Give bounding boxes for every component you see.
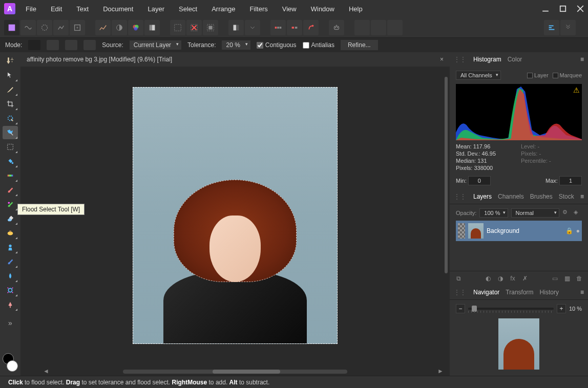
mode-1-button[interactable]: [270, 20, 286, 35]
marquee-checkbox[interactable]: Marquee: [553, 72, 582, 78]
menu-view[interactable]: View: [282, 5, 297, 13]
layer-group-button[interactable]: ▭: [550, 274, 559, 283]
layer-adjustment-button[interactable]: ◑: [496, 274, 505, 283]
blendmode-select[interactable]: Normal: [511, 208, 559, 218]
mode-subtract-button[interactable]: [65, 40, 77, 50]
menu-document[interactable]: Document: [103, 5, 133, 13]
menu-help[interactable]: Help: [349, 5, 363, 13]
document-close-button[interactable]: ×: [440, 56, 444, 63]
document-tab[interactable]: affinity photo remove bg 3.jpg [Modified…: [20, 52, 450, 67]
persona-liquify-button[interactable]: [20, 20, 36, 35]
selection-invert-button[interactable]: [203, 20, 218, 35]
panel-menu-icon[interactable]: ≡: [580, 56, 584, 63]
selection-deselect-button[interactable]: [186, 20, 202, 35]
marquee-tool[interactable]: [3, 140, 18, 154]
layer-fx-button[interactable]: fx: [508, 274, 517, 283]
paint-mixer-tool[interactable]: [3, 198, 18, 211]
blur-tool[interactable]: [3, 269, 18, 283]
menu-text[interactable]: Text: [76, 5, 89, 13]
channel-select[interactable]: All Channels: [456, 71, 501, 80]
source-select[interactable]: Current Layer: [130, 40, 181, 50]
contiguous-checkbox[interactable]: Contiguous: [257, 41, 297, 49]
panel-menu-icon[interactable]: ≡: [580, 289, 584, 296]
assistant-button[interactable]: [329, 20, 344, 35]
persona-photo-button[interactable]: [4, 20, 19, 35]
mode-2-button[interactable]: [287, 20, 302, 35]
quickmask-button[interactable]: [228, 20, 244, 35]
layer-link-button[interactable]: ⧉: [454, 274, 463, 283]
zoom-in-button[interactable]: +: [557, 304, 566, 313]
flood-fill-tool[interactable]: [3, 155, 18, 168]
mode-intersect-button[interactable]: [83, 40, 96, 50]
foreground-color-swatch[interactable]: [7, 360, 18, 372]
target-icon[interactable]: ◈: [574, 209, 582, 217]
menu-arrange[interactable]: Arrange: [212, 5, 235, 13]
close-button[interactable]: [577, 5, 584, 12]
gradient-tool[interactable]: [3, 169, 18, 182]
color-swatches[interactable]: [3, 353, 18, 372]
toolbar-extra-2[interactable]: [371, 20, 386, 35]
move-tool[interactable]: [3, 69, 18, 82]
paint-brush-tool[interactable]: [3, 183, 18, 197]
tab-channels[interactable]: Channels: [498, 193, 524, 200]
viewport[interactable]: [20, 67, 450, 376]
vertical-scrollbar[interactable]: [445, 77, 448, 273]
tab-layers[interactable]: Layers: [473, 193, 492, 200]
persona-tone-button[interactable]: [53, 20, 69, 35]
selection-all-button[interactable]: [170, 20, 185, 35]
zoom-out-button[interactable]: −: [456, 304, 465, 313]
toolbar-extra-1[interactable]: [354, 20, 370, 35]
menu-edit[interactable]: Edit: [51, 5, 62, 13]
persona-develop-button[interactable]: [37, 20, 52, 35]
layer-row-background[interactable]: Background 🔒 ●: [456, 221, 582, 241]
flood-select-tool[interactable]: [3, 126, 18, 139]
align-button[interactable]: [544, 20, 559, 35]
tab-stock[interactable]: Stock: [559, 193, 574, 200]
refine-button[interactable]: Refine...: [341, 40, 378, 50]
tools-overflow[interactable]: »: [3, 316, 18, 330]
menu-file[interactable]: File: [26, 5, 36, 13]
smudge-tool[interactable]: [3, 255, 18, 268]
lock-icon[interactable]: 🔒: [565, 227, 573, 234]
layer-mask-button[interactable]: ◐: [484, 274, 493, 283]
navigator-preview[interactable]: [498, 318, 539, 370]
antialias-checkbox[interactable]: Antialias: [303, 41, 334, 49]
tab-brushes[interactable]: Brushes: [530, 193, 553, 200]
snap-button[interactable]: [303, 20, 319, 35]
tab-transform[interactable]: Transform: [506, 289, 533, 296]
minimize-button[interactable]: [542, 5, 549, 12]
erase-tool[interactable]: [3, 212, 18, 225]
panel-grip-icon[interactable]: ⋮⋮: [454, 56, 466, 63]
mode-new-button[interactable]: [28, 40, 40, 50]
persona-export-button[interactable]: [70, 20, 85, 35]
zoom-slider[interactable]: [468, 308, 554, 310]
scroll-left-arrow[interactable]: ◄: [43, 368, 49, 375]
menu-layer[interactable]: Layer: [148, 5, 164, 13]
min-input[interactable]: [468, 176, 491, 185]
horizontal-scrollbar[interactable]: [123, 370, 347, 374]
autowhitebalance-button[interactable]: [144, 20, 160, 35]
dropdown-icon[interactable]: [245, 20, 260, 35]
view-tool[interactable]: [3, 54, 18, 68]
menu-filters[interactable]: Filters: [249, 5, 267, 13]
panel-grip-icon[interactable]: ⋮⋮: [454, 193, 466, 200]
color-picker-tool[interactable]: [3, 83, 18, 96]
maximize-button[interactable]: [559, 5, 566, 12]
toolbar-extra-3[interactable]: [387, 20, 403, 35]
tab-histogram[interactable]: Histogram: [473, 56, 501, 63]
visibility-icon[interactable]: ●: [576, 227, 580, 234]
menu-window[interactable]: Window: [311, 5, 334, 13]
canvas-image[interactable]: [133, 87, 338, 344]
layer-add-button[interactable]: ▦: [562, 274, 572, 283]
tab-history[interactable]: History: [540, 289, 559, 296]
panel-grip-icon[interactable]: ⋮⋮: [454, 289, 466, 296]
opacity-select[interactable]: 100 %: [479, 208, 508, 218]
tolerance-input[interactable]: 20 %: [222, 40, 250, 50]
mode-add-button[interactable]: [47, 40, 59, 50]
gear-icon[interactable]: ⚙: [562, 209, 571, 217]
panel-menu-icon[interactable]: ≡: [580, 193, 584, 200]
selection-brush-tool[interactable]: [3, 112, 18, 125]
autocontrast-button[interactable]: [112, 20, 127, 35]
dodge-tool[interactable]: [3, 241, 18, 254]
crop-tool[interactable]: [3, 97, 18, 111]
